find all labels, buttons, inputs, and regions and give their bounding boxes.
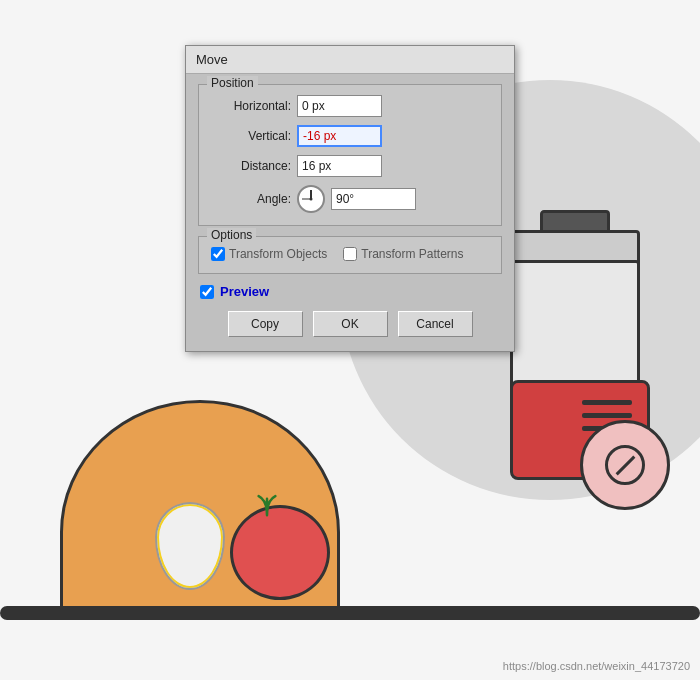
options-group-label: Options (207, 228, 256, 242)
vertical-label: Vertical: (211, 129, 291, 143)
wheel-inner (605, 445, 645, 485)
options-group: Options Transform Objects Transform Patt… (198, 236, 502, 274)
position-group-label: Position (207, 76, 258, 90)
transform-objects-checkbox[interactable] (211, 247, 225, 261)
can-line-2 (582, 413, 632, 418)
angle-clock-icon (297, 185, 325, 213)
vertical-input[interactable] (297, 125, 382, 147)
position-group: Position Horizontal: Vertical: Distance:… (198, 84, 502, 226)
options-row: Transform Objects Transform Patterns (211, 247, 489, 261)
angle-input[interactable] (331, 188, 416, 210)
ok-button[interactable]: OK (313, 311, 388, 337)
clock-dot (310, 198, 313, 201)
distance-row: Distance: (211, 155, 489, 177)
distance-label: Distance: (211, 159, 291, 173)
preview-row: Preview (198, 284, 502, 299)
horizontal-label: Horizontal: (211, 99, 291, 113)
tomato (230, 505, 330, 600)
transform-objects-item[interactable]: Transform Objects (211, 247, 327, 261)
buttons-row: Copy OK Cancel (198, 311, 502, 337)
horizontal-input[interactable] (297, 95, 382, 117)
dialog-titlebar: Move (186, 46, 514, 74)
preview-label: Preview (220, 284, 269, 299)
move-dialog: Move Position Horizontal: Vertical: Dist… (185, 45, 515, 352)
wheel-slash (615, 455, 635, 475)
angle-label: Angle: (211, 192, 291, 206)
can-line-1 (582, 400, 632, 405)
dialog-body: Position Horizontal: Vertical: Distance:… (186, 74, 514, 351)
tomato-stem-svg (242, 492, 292, 517)
transform-patterns-checkbox[interactable] (343, 247, 357, 261)
copy-button[interactable]: Copy (228, 311, 303, 337)
preview-checkbox[interactable] (200, 285, 214, 299)
cancel-button[interactable]: Cancel (398, 311, 473, 337)
horizontal-row: Horizontal: (211, 95, 489, 117)
url-text: https://blog.csdn.net/weixin_44173720 (503, 660, 690, 672)
angle-row: Angle: (211, 185, 489, 213)
transform-patterns-label: Transform Patterns (361, 247, 463, 261)
transform-objects-label: Transform Objects (229, 247, 327, 261)
distance-input[interactable] (297, 155, 382, 177)
transform-patterns-item[interactable]: Transform Patterns (343, 247, 463, 261)
bottom-bar (0, 606, 700, 620)
vertical-row: Vertical: (211, 125, 489, 147)
